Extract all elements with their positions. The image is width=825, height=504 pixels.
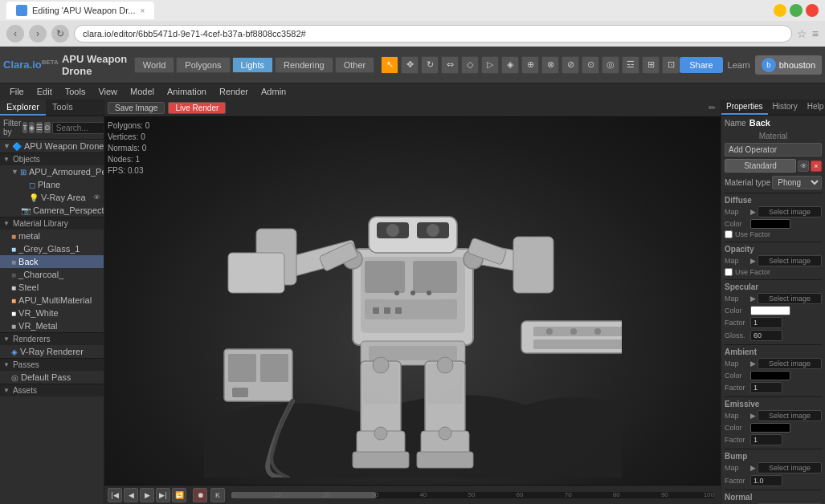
tool5-icon[interactable]: ◇	[461, 56, 479, 74]
mode-rendering[interactable]: Rendering	[275, 57, 333, 73]
filter-icon2[interactable]: ◈	[29, 122, 35, 133]
mode-lights[interactable]: Lights	[232, 57, 273, 73]
mode-other[interactable]: Other	[335, 57, 375, 73]
bump-factor-input[interactable]	[750, 475, 782, 486]
share-button[interactable]: Share	[680, 57, 722, 73]
tree-item-vray-area[interactable]: 💡 V-Ray Area 👁	[0, 191, 104, 204]
standard-close-icon[interactable]: ×	[811, 161, 822, 172]
section-objects[interactable]: ▼ Objects	[0, 152, 104, 165]
record-button[interactable]: ⏺	[193, 488, 207, 502]
tree-item-apu[interactable]: ▼ ⊞ APU_Armoured_Pers...	[0, 165, 104, 178]
tool8-icon[interactable]: ⊕	[521, 56, 539, 74]
address-bar[interactable]: clara.io/editor/6bb5471d-9e71-4cef-b37a-…	[74, 25, 792, 43]
maximize-button[interactable]	[790, 4, 803, 17]
move-icon[interactable]: ✥	[401, 56, 419, 74]
mat-grey-glass[interactable]: ■ _Grey_Glass_1	[0, 242, 104, 255]
tab-explorer[interactable]: Explorer	[0, 100, 46, 116]
menu-file[interactable]: File	[3, 85, 31, 98]
tool6-icon[interactable]: ▷	[481, 56, 499, 74]
renderer-vray[interactable]: ◈ V-Ray Renderer	[0, 345, 104, 358]
scale-icon[interactable]: ⇔	[441, 56, 459, 74]
section-materials[interactable]: ▼ Material Library	[0, 217, 104, 230]
tool14-icon[interactable]: ⊞	[642, 56, 660, 74]
tool12-icon[interactable]: ◎	[602, 56, 619, 74]
back-button[interactable]: ‹	[6, 25, 24, 43]
mat-charcoal[interactable]: ■ _Charcoal_	[0, 268, 104, 281]
section-assets[interactable]: ▼ Assets	[0, 384, 104, 396]
tab-tools[interactable]: Tools	[46, 100, 80, 116]
add-operator-button[interactable]: Add Operator	[725, 143, 822, 156]
refresh-button[interactable]: ↻	[51, 25, 69, 43]
play-prev-button[interactable]: ◀	[124, 488, 138, 502]
tool9-icon[interactable]: ⊗	[541, 56, 559, 74]
save-image-button[interactable]: Save Image	[108, 102, 165, 114]
timeline-bar[interactable]: 0 10 20 30 40 50 60 70 80 90 100	[231, 492, 714, 498]
diffuse-color-swatch[interactable]	[750, 219, 790, 229]
mat-vr-metal[interactable]: ■ VR_Metal	[0, 319, 104, 332]
menu-tools[interactable]: Tools	[59, 85, 92, 98]
ambient-color-swatch[interactable]	[750, 371, 790, 380]
key-button[interactable]: K	[210, 488, 225, 502]
tool13-icon[interactable]: ☲	[622, 56, 639, 74]
mode-world[interactable]: World	[134, 57, 175, 73]
play-next-button[interactable]: ▶|	[156, 488, 170, 502]
specular-color-swatch[interactable]	[750, 306, 790, 315]
forward-button[interactable]: ›	[29, 25, 47, 43]
browser-tab[interactable]: Editing 'APU Weapon Dr... ×	[6, 2, 154, 19]
menu-admin[interactable]: Admin	[255, 85, 292, 98]
section-renderers[interactable]: ▼ Renderers	[0, 332, 104, 345]
opacity-use-factor-checkbox[interactable]	[725, 268, 733, 276]
specular-select-image[interactable]: Select image	[758, 293, 822, 304]
play-loop-button[interactable]: 🔁	[172, 488, 186, 502]
material-type-select[interactable]: Phong	[772, 176, 822, 189]
tab-history[interactable]: History	[768, 100, 803, 115]
mat-metal[interactable]: ■ metal	[0, 230, 104, 242]
play-start-button[interactable]: |◀	[108, 488, 122, 502]
specular-factor-input[interactable]	[750, 317, 782, 328]
filter-icon4[interactable]: ⊙	[44, 122, 51, 133]
emissive-color-swatch[interactable]	[750, 423, 790, 433]
viewport-edit-icon[interactable]: ✏	[706, 103, 717, 114]
section-passes[interactable]: ▼ Passes	[0, 358, 104, 371]
menu-view[interactable]: View	[92, 85, 124, 98]
emissive-factor-input[interactable]	[750, 434, 782, 445]
mat-back[interactable]: ■ Back	[0, 255, 104, 268]
pass-default[interactable]: ◎ Default Pass	[0, 371, 104, 384]
standard-eye-icon[interactable]: 👁	[798, 161, 809, 172]
menu-animation[interactable]: Animation	[161, 85, 213, 98]
play-play-button[interactable]: ▶	[140, 488, 154, 502]
tree-item-camera[interactable]: 📷 Camera_Perspective3	[0, 204, 104, 217]
minimize-button[interactable]	[774, 4, 786, 17]
close-button[interactable]	[806, 4, 819, 17]
use-factor-checkbox[interactable]	[725, 230, 733, 238]
mat-vr-white[interactable]: ■ VR_White	[0, 307, 104, 319]
mat-apu-multi[interactable]: ■ APU_MultiMaterial	[0, 294, 104, 307]
tree-root[interactable]: ▼ 🔷 APU Weapon Drone	[0, 140, 104, 152]
filter-icon3[interactable]: ☰	[36, 122, 43, 133]
viewport-canvas[interactable]: Polygons: 0 Vertices: 0 Normals: 0 Nodes…	[104, 117, 721, 485]
tab-close-button[interactable]: ×	[140, 6, 145, 15]
bump-select-image[interactable]: Select image	[758, 462, 822, 474]
search-input[interactable]	[52, 122, 104, 134]
tool7-icon[interactable]: ◈	[501, 56, 519, 74]
filter-type-icon[interactable]: T	[22, 122, 27, 133]
ambient-factor-input[interactable]	[750, 382, 782, 393]
tab-help[interactable]: Help	[803, 100, 825, 115]
tool15-icon[interactable]: ⊡	[662, 56, 680, 74]
menu-render[interactable]: Render	[213, 85, 255, 98]
ambient-select-image[interactable]: Select image	[758, 358, 822, 369]
mode-polygons[interactable]: Polygons	[176, 57, 230, 73]
emissive-select-image[interactable]: Select image	[758, 410, 822, 421]
diffuse-select-image[interactable]: Select image	[758, 206, 822, 217]
user-badge[interactable]: b bhouston	[755, 55, 822, 75]
standard-button[interactable]: Standard	[725, 159, 796, 173]
tool10-icon[interactable]: ⊘	[562, 56, 579, 74]
learn-button[interactable]: Learn	[728, 60, 750, 70]
bookmark-icon[interactable]: ☆	[797, 27, 807, 40]
opacity-select-image[interactable]: Select image	[758, 255, 822, 266]
tab-properties[interactable]: Properties	[721, 100, 768, 115]
settings-icon[interactable]: ≡	[812, 27, 819, 40]
mat-steel[interactable]: ■ Steel	[0, 281, 104, 294]
live-render-button[interactable]: Live Render	[168, 102, 226, 114]
glossiness-input[interactable]	[750, 330, 782, 341]
